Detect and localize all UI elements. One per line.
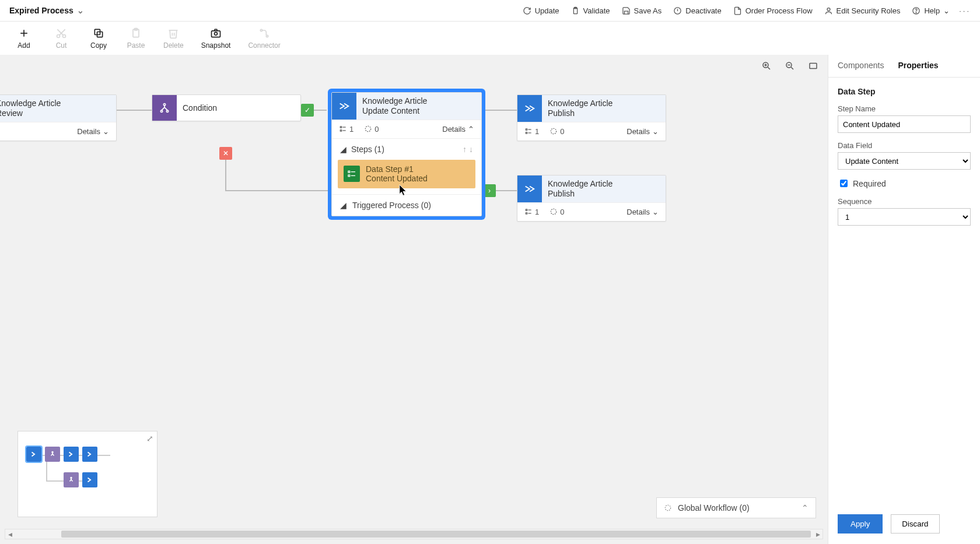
paste-label: Paste — [127, 41, 145, 50]
merge-badge: › — [483, 184, 496, 197]
triangle-icon: ◢ — [340, 201, 346, 210]
process-count: 0 — [364, 125, 379, 134]
stage-expanded-area: ◢Steps (1) ↑ ↓ Data Step #1 Content Upda… — [332, 138, 481, 216]
stage-node-publish-1[interactable]: Knowledge Article Publish 1 0 Detail — [517, 94, 666, 141]
deactivate-label: Deactivate — [685, 6, 721, 15]
svg-rect-42 — [526, 129, 527, 130]
svg-point-6 — [916, 12, 916, 13]
edit-security-label: Edit Security Roles — [836, 6, 901, 15]
step-count: 1 — [524, 127, 539, 136]
cut-button[interactable]: Cut — [48, 25, 75, 52]
stage-node-update-content[interactable]: Knowledge Article Update Content 1 0 — [331, 92, 482, 216]
snapshot-button[interactable]: Snapshot — [198, 25, 235, 52]
paste-button[interactable]: Paste — [123, 25, 149, 52]
tab-properties[interactable]: Properties — [898, 61, 938, 73]
delete-label: Delete — [163, 41, 184, 50]
condition-node[interactable]: Condition — [152, 94, 301, 121]
required-checkbox[interactable] — [840, 180, 848, 187]
step-reorder-arrows[interactable]: ↑ ↓ — [463, 145, 473, 154]
svg-point-19 — [260, 29, 262, 31]
discard-button[interactable]: Discard — [891, 514, 939, 534]
step-count: 1 — [339, 125, 354, 134]
stage-node-publish-2[interactable]: Knowledge Article Publish 1 0 Detail — [517, 175, 666, 222]
delete-button[interactable]: Delete — [160, 25, 187, 52]
connector-button[interactable]: Connector — [244, 25, 284, 52]
details-toggle[interactable]: Details ⌄ — [77, 127, 109, 136]
connector-line — [225, 155, 226, 191]
svg-point-30 — [163, 104, 165, 106]
order-process-label: Order Process Flow — [746, 6, 813, 15]
triggered-process-section[interactable]: ◢ Triggered Process (0) — [332, 194, 481, 216]
stage-title-line2: Update Content — [362, 106, 475, 116]
chevron-up-icon: ⌃ — [468, 125, 474, 134]
fit-screen-button[interactable] — [806, 58, 821, 73]
order-process-button[interactable]: Order Process Flow — [727, 4, 818, 17]
edit-security-button[interactable]: Edit Security Roles — [818, 4, 907, 17]
svg-point-18 — [215, 32, 218, 35]
help-button[interactable]: Help ⌄ — [906, 4, 956, 17]
tab-components[interactable]: Components — [838, 61, 884, 73]
edit-toolbar: Add Cut Copy Paste Delete Snapshot Conne… — [0, 22, 980, 56]
svg-point-32 — [166, 110, 168, 112]
cut-label: Cut — [56, 41, 67, 50]
chevron-down-icon: ⌄ — [77, 6, 84, 15]
svg-rect-38 — [348, 171, 350, 173]
zoom-in-button[interactable] — [759, 58, 774, 73]
validate-button[interactable]: Validate — [565, 4, 616, 17]
connector-label: Connector — [248, 41, 280, 50]
step-count: 1 — [524, 208, 539, 216]
stage-title: Knowledge Article Update Content — [356, 93, 481, 120]
minimap-node — [26, 447, 41, 462]
stage-title-line1: Knowledge Article — [0, 99, 61, 108]
canvas[interactable]: Knowledge Article Review 0 Details ⌄ — [0, 55, 828, 544]
details-toggle[interactable]: Details ⌃ — [442, 125, 474, 134]
chevron-down-icon: ⌄ — [103, 127, 109, 136]
condition-true-badge: ✓ — [301, 104, 314, 117]
copy-button[interactable]: Copy — [85, 25, 112, 52]
deactivate-button[interactable]: Deactivate — [667, 4, 727, 17]
scrollbar-thumb[interactable] — [61, 531, 811, 538]
panel-tabs: Components Properties — [828, 55, 980, 78]
process-title[interactable]: Expired Process ⌄ — [9, 6, 84, 15]
svg-rect-17 — [212, 31, 220, 37]
svg-rect-47 — [526, 209, 527, 210]
clipboard-icon — [571, 6, 580, 15]
steps-section[interactable]: ◢Steps (1) ↑ ↓ — [332, 139, 481, 160]
minimap[interactable]: ⤢ — [18, 431, 158, 517]
svg-point-20 — [266, 35, 268, 37]
minimap-node — [82, 447, 97, 462]
condition-icon — [152, 95, 177, 121]
scroll-right-icon[interactable]: ▸ — [813, 529, 822, 539]
svg-rect-34 — [340, 130, 341, 131]
stage-node-review[interactable]: Knowledge Article Review 0 Details ⌄ — [0, 94, 117, 141]
add-button[interactable]: Add — [10, 25, 37, 52]
help-icon — [912, 6, 921, 15]
zoom-out-button[interactable] — [782, 58, 797, 73]
update-button[interactable]: Update — [517, 4, 565, 17]
chevron-up-icon[interactable]: ⌃ — [802, 503, 808, 513]
apply-button[interactable]: Apply — [838, 514, 883, 534]
svg-point-31 — [160, 110, 162, 112]
details-toggle[interactable]: Details ⌄ — [626, 208, 659, 216]
triangle-icon: ◢ — [340, 145, 346, 154]
data-step-item[interactable]: Data Step #1 Content Updated — [338, 160, 475, 189]
condition-title: Condition — [177, 100, 300, 117]
horizontal-scrollbar[interactable]: ◂ ▸ — [5, 529, 823, 539]
sequence-select[interactable]: 1 — [838, 208, 971, 226]
svg-rect-43 — [526, 132, 527, 134]
save-as-button[interactable]: Save As — [616, 4, 668, 17]
scroll-left-icon[interactable]: ◂ — [5, 529, 15, 539]
expand-icon[interactable]: ⤢ — [146, 434, 153, 443]
global-workflow-bar[interactable]: Global Workflow (0) ⌃ — [656, 497, 816, 518]
stage-title-line2: Review — [0, 108, 110, 118]
overflow-button[interactable]: ··· — [956, 4, 974, 17]
data-field-select[interactable]: Update Content — [838, 152, 971, 170]
process-title-text: Expired Process — [9, 6, 74, 15]
main-layout: Knowledge Article Review 0 Details ⌄ — [0, 55, 980, 544]
minimap-node — [64, 472, 79, 487]
copy-label: Copy — [90, 41, 107, 50]
connector-line — [478, 110, 519, 111]
step-name-input[interactable] — [838, 115, 971, 133]
security-icon — [824, 6, 833, 15]
details-toggle[interactable]: Details ⌄ — [626, 127, 659, 136]
